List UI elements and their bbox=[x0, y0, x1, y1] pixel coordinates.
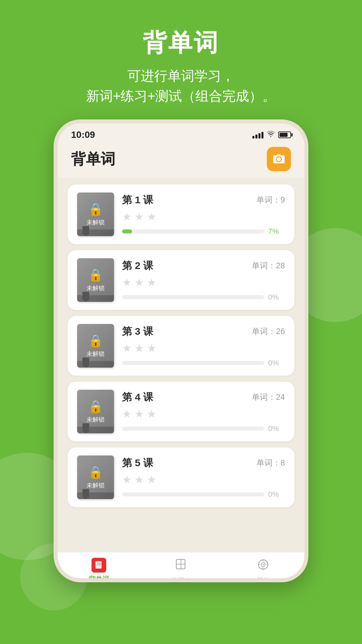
star-3-2: ★ bbox=[134, 342, 144, 355]
progress-2: 0% bbox=[122, 293, 285, 302]
star-3-1: ★ bbox=[122, 342, 132, 355]
star-2-3: ★ bbox=[147, 276, 157, 289]
star-2-2: ★ bbox=[134, 276, 144, 289]
svg-point-9 bbox=[262, 564, 264, 565]
star-2-1: ★ bbox=[122, 276, 132, 289]
lock-label-4: 未解锁 bbox=[86, 416, 105, 424]
book-icon-5: 🔒 未解锁 bbox=[77, 455, 114, 499]
lesson-name-2: 第 2 课 bbox=[122, 259, 153, 273]
lesson-info-3: 第 3 课 单词：26 ★ ★ ★ 0% bbox=[122, 325, 285, 367]
book-icon-4: 🔒 未解锁 bbox=[77, 390, 114, 433]
stars-2: ★ ★ ★ bbox=[122, 276, 285, 289]
lesson-info-1: 第 1 课 单词：9 ★ ★ ★ 7% bbox=[122, 193, 285, 236]
lock-icon-3: 🔒 bbox=[88, 334, 103, 348]
stars-1: ★ ★ ★ bbox=[122, 210, 285, 223]
progress-3: 0% bbox=[122, 359, 285, 367]
page-header: 背单词 可进行单词学习， 新词+练习+测试（组合完成）。 bbox=[86, 0, 276, 119]
nav-item-profile[interactable]: 我的 bbox=[222, 558, 304, 582]
subtitle-line1: 可进行单词学习， bbox=[86, 66, 276, 86]
lock-label-5: 未解锁 bbox=[86, 481, 105, 489]
star-4-1: ★ bbox=[122, 408, 132, 420]
progress-5: 0% bbox=[122, 490, 285, 499]
lock-label-1: 未解锁 bbox=[86, 218, 105, 226]
lesson-card-3[interactable]: 🔒 未解锁 第 3 课 单词：26 ★ ★ ★ bbox=[68, 316, 294, 376]
progress-text-3: 0% bbox=[268, 359, 285, 367]
lesson-info-2: 第 2 课 单词：28 ★ ★ ★ 0% bbox=[122, 259, 285, 302]
lesson-card-1[interactable]: 🔒 未解锁 第 1 课 单词：9 ★ ★ ★ bbox=[68, 184, 294, 244]
nav-item-wordbook[interactable]: 单词本 bbox=[140, 558, 222, 582]
nav-icon-wordbook bbox=[174, 558, 188, 574]
progress-text-5: 0% bbox=[268, 490, 285, 499]
nav-icon-profile bbox=[256, 558, 270, 574]
star-5-3: ★ bbox=[147, 473, 157, 486]
lock-icon-2: 🔒 bbox=[88, 268, 103, 282]
battery-icon bbox=[278, 131, 291, 138]
lesson-name-1: 第 1 课 bbox=[122, 193, 153, 207]
stars-3: ★ ★ ★ bbox=[122, 342, 285, 355]
progress-text-1: 7% bbox=[268, 227, 285, 236]
lock-icon-5: 🔒 bbox=[88, 465, 103, 479]
word-count-5: 单词：8 bbox=[256, 458, 285, 468]
lesson-name-3: 第 3 课 bbox=[122, 325, 153, 338]
lesson-card-2[interactable]: 🔒 未解锁 第 2 课 单词：28 ★ ★ ★ bbox=[68, 250, 294, 310]
lesson-card-4[interactable]: 🔒 未解锁 第 4 课 单词：24 ★ ★ ★ bbox=[68, 382, 294, 441]
star-1-3: ★ bbox=[147, 210, 157, 223]
book-icon-3: 🔒 未解锁 bbox=[77, 324, 114, 368]
nav-label-profile: 我的 bbox=[256, 576, 270, 582]
nav-icon-beidan bbox=[92, 558, 106, 573]
lock-icon-1: 🔒 bbox=[88, 202, 103, 216]
lock-label-2: 未解锁 bbox=[86, 284, 105, 292]
nav-item-beidan[interactable]: 背单词 bbox=[58, 558, 140, 582]
stars-5: ★ ★ ★ bbox=[122, 473, 285, 486]
star-4-3: ★ bbox=[147, 408, 157, 420]
progress-text-4: 0% bbox=[268, 424, 285, 433]
status-bar: 10:09 bbox=[58, 123, 304, 144]
lock-icon-4: 🔒 bbox=[88, 399, 103, 414]
svg-rect-1 bbox=[96, 561, 97, 569]
lesson-info-4: 第 4 课 单词：24 ★ ★ ★ 0% bbox=[122, 390, 285, 433]
star-1-2: ★ bbox=[134, 210, 144, 223]
star-1-1: ★ bbox=[122, 210, 132, 223]
status-time: 10:09 bbox=[71, 129, 95, 140]
stars-4: ★ ★ ★ bbox=[122, 408, 285, 420]
lesson-name-4: 第 4 课 bbox=[122, 390, 153, 404]
star-5-1: ★ bbox=[122, 473, 132, 486]
progress-1: 7% bbox=[122, 227, 285, 236]
progress-text-2: 0% bbox=[268, 293, 285, 302]
page-subtitle: 可进行单词学习， 新词+练习+测试（组合完成）。 bbox=[86, 66, 276, 106]
camera-button[interactable] bbox=[267, 147, 291, 171]
word-count-2: 单词：28 bbox=[252, 260, 285, 271]
book-icon-2: 🔒 未解锁 bbox=[77, 258, 114, 302]
word-count-1: 单词：9 bbox=[256, 195, 285, 205]
app-header-title: 背单词 bbox=[71, 149, 115, 169]
star-4-2: ★ bbox=[134, 408, 144, 420]
star-3-3: ★ bbox=[147, 342, 157, 355]
bottom-nav: 背单词 单词本 bbox=[58, 552, 304, 582]
subtitle-line2: 新词+练习+测试（组合完成）。 bbox=[86, 86, 276, 106]
progress-4: 0% bbox=[122, 424, 285, 433]
page-title: 背单词 bbox=[86, 27, 276, 59]
star-5-2: ★ bbox=[134, 473, 144, 486]
lock-label-3: 未解锁 bbox=[86, 350, 105, 358]
nav-label-beidan: 背单词 bbox=[89, 575, 109, 582]
lesson-card-5[interactable]: 🔒 未解锁 第 5 课 单词：8 ★ ★ ★ bbox=[68, 447, 294, 507]
lesson-list: 🔒 未解锁 第 1 课 单词：9 ★ ★ ★ bbox=[58, 178, 304, 552]
word-count-3: 单词：26 bbox=[252, 326, 285, 337]
app-header: 背单词 bbox=[58, 144, 304, 178]
status-icons bbox=[252, 130, 291, 139]
lesson-name-5: 第 5 课 bbox=[122, 456, 153, 470]
phone-mockup: 10:09 背单词 bbox=[54, 119, 308, 582]
lesson-info-5: 第 5 课 单词：8 ★ ★ ★ 0% bbox=[122, 456, 285, 499]
signal-icon bbox=[252, 131, 263, 139]
word-count-4: 单词：24 bbox=[252, 392, 285, 402]
wifi-icon bbox=[267, 130, 275, 139]
book-icon-1: 🔒 未解锁 bbox=[77, 193, 114, 236]
nav-label-wordbook: 单词本 bbox=[171, 576, 191, 582]
